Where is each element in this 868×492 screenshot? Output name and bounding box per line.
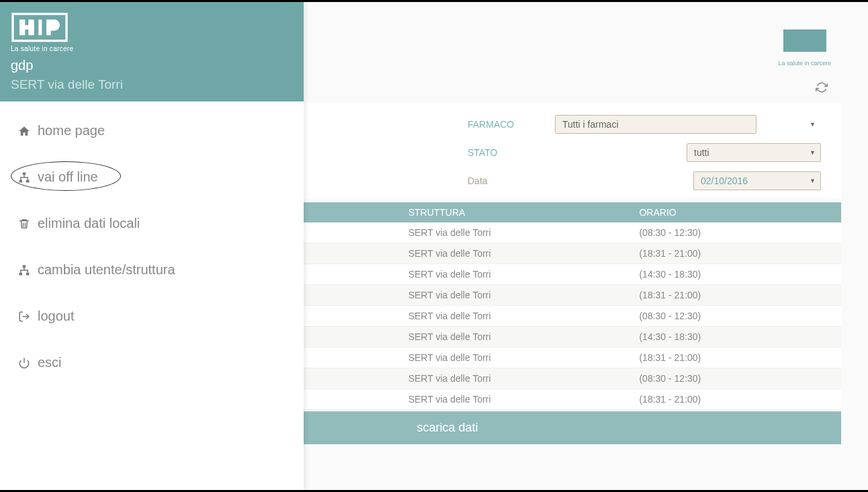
- table-cell: SERT via delle Torri: [400, 306, 632, 327]
- table-cell: SERT via delle Torri: [400, 327, 632, 347]
- nav-item-label: cambia utente/struttura: [38, 262, 175, 278]
- nav-list: home pagevai off lineelimina dati locali…: [0, 101, 304, 404]
- table-cell: (14:30 - 18:30): [631, 327, 841, 347]
- th-struttura: STRUTTURA: [400, 202, 632, 222]
- stato-select[interactable]: tutti: [687, 143, 821, 162]
- nav-item-elimina-dati-locali[interactable]: elimina dati locali: [5, 206, 298, 241]
- stato-label: STATO: [468, 147, 555, 158]
- svg-rect-13: [19, 179, 23, 182]
- nav-item-label: elimina dati locali: [38, 216, 140, 231]
- table-cell: SERT via delle Torri: [400, 368, 632, 389]
- table-cell: SERT via delle Torri: [400, 243, 632, 264]
- svg-rect-16: [19, 272, 23, 275]
- refresh-button[interactable]: [816, 81, 828, 96]
- nav-item-logout[interactable]: logout: [5, 299, 298, 333]
- sidebar-header: La salute in carcere gdp SERT via delle …: [0, 2, 304, 101]
- svg-rect-10: [38, 19, 42, 35]
- svg-rect-4: [804, 34, 806, 46]
- svg-rect-9: [19, 25, 34, 30]
- farmaco-label: FARMACO: [468, 119, 555, 130]
- sidebar-user: gdp: [11, 58, 293, 73]
- nav-item-label: vai off line: [38, 169, 98, 185]
- power-icon: [17, 357, 31, 369]
- header-logo-tagline: La salute in carcere: [778, 60, 831, 67]
- svg-rect-11: [46, 19, 51, 35]
- nav-item-label: logout: [38, 309, 75, 324]
- logout-icon: [17, 311, 31, 323]
- table-cell: SERT via delle Torri: [400, 347, 632, 368]
- svg-rect-3: [789, 39, 801, 42]
- nav-item-esci[interactable]: esci: [5, 345, 298, 380]
- svg-rect-15: [23, 265, 26, 268]
- table-cell: (14:30 - 18:30): [631, 264, 841, 285]
- table-cell: (08:30 - 12:30): [631, 306, 841, 327]
- nav-item-label: home page: [38, 123, 105, 138]
- table-cell: (08:30 - 12:30): [631, 222, 841, 243]
- sidebar: La salute in carcere gdp SERT via delle …: [0, 2, 304, 490]
- table-cell: (08:30 - 12:30): [631, 368, 841, 389]
- th-orario: ORARIO: [631, 202, 841, 222]
- nav-item-home-page[interactable]: home page: [5, 114, 298, 148]
- home-icon: [17, 125, 31, 137]
- sidebar-logo-tagline: La salute in carcere: [11, 45, 73, 52]
- table-cell: (18:31 - 21:00): [631, 389, 841, 410]
- svg-rect-5: [810, 34, 813, 46]
- nav-item-vai-off-line[interactable]: vai off line: [5, 160, 298, 194]
- sidebar-location: SERT via delle Torri: [11, 77, 293, 92]
- svg-rect-12: [23, 172, 26, 175]
- sitemap-icon: [17, 264, 31, 276]
- nav-item-label: esci: [38, 355, 62, 370]
- table-cell: SERT via delle Torri: [400, 222, 632, 243]
- data-label: Data: [468, 175, 555, 186]
- table-cell: (18:31 - 21:00): [631, 347, 841, 368]
- nav-item-cambia-utente/struttura[interactable]: cambia utente/struttura: [5, 253, 298, 287]
- table-cell: (18:31 - 21:00): [631, 243, 841, 264]
- table-cell: SERT via delle Torri: [400, 389, 632, 410]
- header-logo: La salute in carcere: [778, 29, 831, 67]
- farmaco-select[interactable]: Tutti i farmaci: [555, 115, 756, 134]
- table-cell: (18:31 - 21:00): [631, 285, 841, 306]
- sidebar-logo: La salute in carcere: [11, 10, 73, 55]
- svg-rect-17: [26, 272, 30, 275]
- data-select[interactable]: 02/10/2016: [693, 171, 821, 190]
- svg-rect-14: [26, 179, 30, 182]
- table-cell: SERT via delle Torri: [400, 285, 632, 306]
- sitemap-icon: [17, 171, 31, 183]
- table-cell: SERT via delle Torri: [400, 264, 632, 285]
- trash-icon: [17, 218, 31, 230]
